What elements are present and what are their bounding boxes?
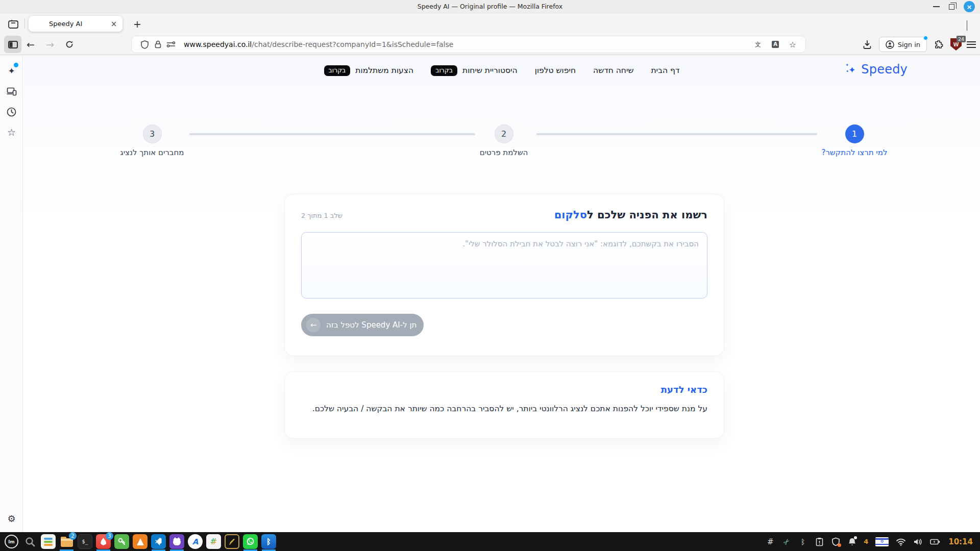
star-icon: ☆: [7, 127, 16, 138]
taskbar-apps: lm 2 $_ 3: [4, 534, 276, 549]
github-desktop-button[interactable]: [169, 534, 184, 549]
wheat-icon: [228, 538, 236, 546]
security-shield-button[interactable]: [831, 536, 840, 548]
flame-icon: [101, 538, 107, 545]
translate-page-icon[interactable]: A: [769, 38, 782, 51]
terminal-button[interactable]: $_: [78, 534, 92, 549]
layers-app-button[interactable]: [41, 534, 56, 549]
sidebar-toggle-button[interactable]: [4, 36, 21, 53]
sidebar-icon-stack: ✦ ☆: [0, 62, 23, 141]
bluetooth-tray-button[interactable]: ᛒ: [798, 536, 807, 548]
arrow-left-icon: ←: [306, 318, 321, 332]
url-bar[interactable]: www.speedyai.co.il/chat/describe-request…: [132, 36, 805, 53]
bluetooth-app-button[interactable]: ᛒ: [261, 534, 276, 549]
info-card-title: כדאי לדעת: [301, 384, 707, 395]
ai-chatbot-sidebar-button[interactable]: ✦: [0, 62, 23, 80]
clipboard-manager-button[interactable]: ✂: [782, 536, 791, 548]
downloads-button[interactable]: [861, 38, 874, 51]
synced-tabs-sidebar-button[interactable]: [0, 83, 23, 100]
volume-button[interactable]: [913, 536, 923, 548]
volume-icon: [913, 538, 923, 546]
bookmarks-sidebar-button[interactable]: ☆: [0, 123, 23, 141]
wifi-icon: [896, 538, 906, 546]
a-tool-button[interactable]: A: [188, 534, 203, 549]
reload-button[interactable]: [61, 36, 78, 53]
slack-button[interactable]: #: [206, 534, 221, 549]
clipboard-alert-button[interactable]: [815, 536, 824, 548]
tab-speedy-ai[interactable]: Speedy AI ×: [29, 16, 122, 32]
taskbar: lm 2 $_ 3: [0, 532, 980, 551]
tracking-protection-shield-icon[interactable]: [138, 38, 151, 51]
notifications-button[interactable]: [847, 536, 856, 548]
main-navigation: דף הבית שיחה חדשה חיפוש טלפון היסטוריית …: [23, 55, 980, 76]
translate-icon[interactable]: 文: [751, 38, 765, 51]
wheat-game-button[interactable]: [225, 534, 239, 549]
site-logo[interactable]: ✦ ✦ ✦ Speedy: [845, 62, 908, 77]
battery-charging-icon: [930, 538, 940, 546]
wifi-button[interactable]: [896, 536, 906, 548]
nav-item-deals[interactable]: הצעות משתלמותבקרוב: [324, 65, 414, 76]
extensions-button[interactable]: [932, 38, 945, 51]
adblock-badge: 24: [957, 36, 966, 42]
password-manager-button[interactable]: [114, 534, 129, 549]
linux-mint-icon: lm: [5, 535, 18, 548]
adblock-extension-button[interactable]: W 24: [950, 38, 962, 51]
back-button[interactable]: ←: [22, 36, 39, 53]
step-2-complete-details: 2 השלמת פרטים: [437, 124, 570, 157]
permissions-icon[interactable]: [164, 38, 178, 51]
flame-app-button[interactable]: 3: [96, 534, 111, 549]
devices-icon: [7, 87, 17, 96]
taskbar-clock[interactable]: 10:14: [948, 537, 973, 546]
gear-icon: ⚙: [7, 513, 15, 524]
flag-star-icon: ✡: [880, 539, 884, 544]
nav-item-call-history[interactable]: היסטוריית שיחותבקרוב: [431, 65, 518, 76]
coming-soon-badge: בקרוב: [431, 65, 457, 76]
slack-tray-icon: #: [767, 537, 774, 546]
sidebar-settings-button[interactable]: ⚙: [0, 510, 23, 527]
vlc-button[interactable]: [133, 534, 148, 549]
flame-app-badge: 3: [106, 532, 113, 540]
slack-tray-button[interactable]: #: [766, 536, 775, 548]
search-icon: [25, 537, 35, 547]
search-button[interactable]: [22, 534, 37, 549]
step-number: 2: [495, 124, 513, 143]
firefox-view-button[interactable]: [5, 18, 21, 30]
vlc-cone-icon: [137, 538, 144, 545]
toolbar-right-cluster: Sign in W 24: [861, 36, 976, 53]
bell-dot: [854, 536, 857, 539]
submit-request-button[interactable]: תן ל-Speedy AI לטפל בזה ←: [301, 314, 424, 336]
bookmark-star-icon[interactable]: ☆: [786, 38, 799, 51]
reload-icon: [65, 40, 74, 48]
minimize-button[interactable]: [933, 6, 940, 7]
puzzle-icon: [934, 40, 943, 49]
tab-title: Speedy AI: [29, 20, 108, 28]
history-sidebar-button[interactable]: [0, 103, 23, 120]
file-manager-button[interactable]: 2: [59, 534, 74, 549]
restore-button[interactable]: [949, 4, 954, 10]
shield-alert-dot: [838, 543, 841, 547]
tab-close-icon[interactable]: ×: [108, 18, 119, 30]
system-tray: # ✂ ᛒ 4 ✡: [766, 536, 976, 548]
key-icon: [117, 537, 126, 546]
submit-label: תן ל-Speedy AI לטפל בזה: [326, 320, 416, 330]
submit-row: תן ל-Speedy AI לטפל בזה ←: [301, 314, 707, 336]
nav-item-phone-search[interactable]: חיפוש טלפון: [535, 65, 576, 76]
new-tab-button[interactable]: +: [131, 18, 144, 30]
close-button[interactable]: ×: [964, 1, 975, 12]
list-all-tabs-button[interactable]: [967, 20, 975, 27]
battery-button[interactable]: [930, 536, 940, 548]
vscode-button[interactable]: [151, 534, 166, 549]
start-menu-button[interactable]: lm: [4, 534, 19, 549]
request-description-textarea[interactable]: [301, 232, 707, 298]
whatsapp-button[interactable]: [243, 534, 258, 549]
nav-item-new-call[interactable]: שיחה חדשה: [593, 65, 633, 76]
url-text[interactable]: www.speedyai.co.il/chat/describe-request…: [184, 40, 751, 48]
lock-icon[interactable]: [151, 38, 164, 51]
app-menu-button[interactable]: [967, 41, 976, 48]
nav-item-home[interactable]: דף הבית: [651, 65, 679, 76]
clipboard-icon: [816, 537, 823, 546]
forward-button: →: [42, 36, 58, 53]
a-tool-icon: A: [192, 537, 199, 546]
sign-in-button[interactable]: Sign in: [879, 37, 927, 52]
keyboard-layout-flag[interactable]: ✡: [875, 537, 889, 546]
